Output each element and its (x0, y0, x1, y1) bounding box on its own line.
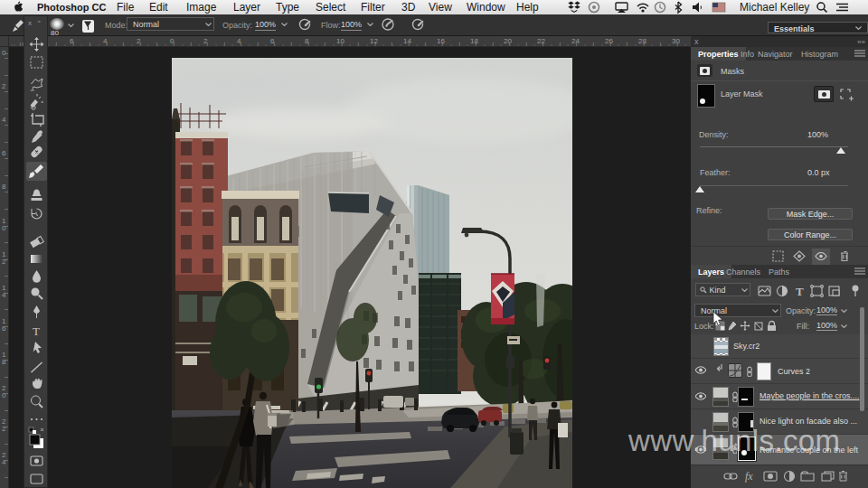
svg-text:T: T (33, 324, 40, 338)
svg-text:fx: fx (745, 470, 753, 483)
svg-text:T: T (796, 285, 804, 298)
